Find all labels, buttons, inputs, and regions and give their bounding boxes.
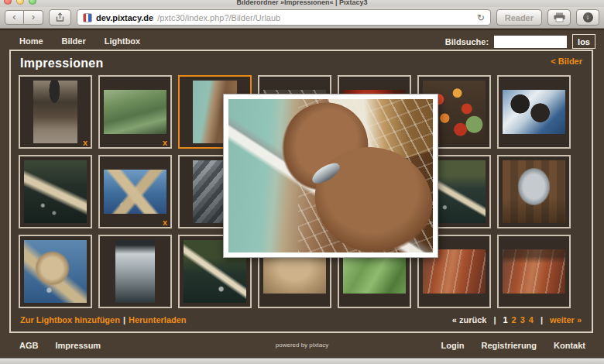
thumbnail-green-net[interactable]: x bbox=[98, 75, 172, 149]
thumbnail-rope-over-water[interactable] bbox=[19, 155, 92, 228]
pagination-page-3[interactable]: 3 bbox=[520, 315, 525, 325]
history-buttons: ‹ › bbox=[5, 10, 43, 25]
pagination: « zurück|1234|weiter » bbox=[452, 315, 582, 325]
thumbnail-fish-heads[interactable] bbox=[98, 235, 172, 308]
thumbnail-image-green-net bbox=[104, 90, 167, 133]
add-to-lightbox-link[interactable]: Zur Lightbox hinzufügen bbox=[20, 315, 120, 325]
site-nav: HomeBilderLightbox bbox=[19, 36, 140, 46]
gallery-header: Impressionen < Bilder bbox=[11, 51, 592, 70]
url-path: /pxtc30/index.php?/Bilder/Urlaub bbox=[157, 13, 280, 22]
footer-link-kontakt[interactable]: Kontakt bbox=[554, 341, 585, 350]
share-icon bbox=[55, 12, 65, 22]
share-button[interactable] bbox=[49, 9, 71, 26]
gallery-action-links: Zur Lightbox hinzufügen|Herunterladen bbox=[20, 315, 187, 325]
site-favicon-icon bbox=[83, 13, 92, 22]
image-search-input[interactable] bbox=[494, 36, 567, 48]
image-search: Bildsuche: los bbox=[445, 34, 595, 49]
pagination-page-4[interactable]: 4 bbox=[529, 315, 534, 325]
preview-overlay[interactable] bbox=[223, 94, 438, 258]
browser-window: Bilderordner »Impressionen« | Pixtacy3 ‹… bbox=[0, 0, 604, 364]
print-button[interactable] bbox=[547, 9, 571, 26]
pagination-next-link[interactable]: weiter » bbox=[550, 315, 582, 325]
reader-button[interactable]: Reader bbox=[496, 9, 542, 26]
address-bar[interactable]: dev.pixtacy.de /pxtc30/index.php?/Bilder… bbox=[77, 9, 491, 26]
gallery-actions-row: Zur Lightbox hinzufügen|Herunterladen « … bbox=[20, 315, 582, 325]
download-link[interactable]: Herunterladen bbox=[129, 315, 187, 325]
pagination-page-1[interactable]: 1 bbox=[503, 315, 507, 325]
printer-icon bbox=[554, 12, 565, 22]
remove-marker-rope-knot-sea[interactable]: x bbox=[163, 218, 167, 227]
footer-link-login[interactable]: Login bbox=[441, 341, 465, 350]
window-title: Bilderordner »Impressionen« | Pixtacy3 bbox=[0, 0, 604, 6]
forward-button[interactable]: › bbox=[24, 10, 43, 25]
nav-item-bilder[interactable]: Bilder bbox=[62, 36, 86, 46]
browser-toolbar: ‹ › dev.pixtacy.de /pxtc30/index.php?/Bi… bbox=[0, 7, 604, 29]
titlebar: Bilderordner »Impressionen« | Pixtacy3 bbox=[0, 0, 604, 7]
window-bottom-edge bbox=[0, 358, 604, 364]
thumbnail-image-rope-over-water bbox=[24, 160, 88, 224]
thumbnail-rope-knot-sea[interactable]: x bbox=[98, 155, 172, 228]
download-icon: ↓ bbox=[583, 12, 593, 22]
footer-link-registrierung[interactable]: Registrierung bbox=[482, 341, 537, 350]
thumbnail-sunglasses-sea[interactable] bbox=[497, 75, 571, 149]
search-go-button[interactable]: los bbox=[572, 34, 595, 49]
url-domain: dev.pixtacy.de bbox=[96, 13, 153, 22]
thumbnail-rope-knot-closeup[interactable] bbox=[19, 235, 92, 308]
nav-item-home[interactable]: Home bbox=[19, 36, 43, 46]
action-separator: | bbox=[120, 315, 129, 325]
nav-item-lightbox[interactable]: Lightbox bbox=[105, 36, 140, 46]
preview-photo-hands-holding-fish bbox=[228, 99, 433, 252]
gallery-title: Impressionen bbox=[20, 57, 104, 70]
thumbnail-image-sunglasses-sea bbox=[503, 90, 566, 133]
pagination-prev-link[interactable]: « zurück bbox=[452, 315, 487, 325]
pagination-page-2[interactable]: 2 bbox=[512, 315, 516, 325]
thumbnail-image-fisherman-with-catch bbox=[33, 81, 77, 144]
search-label: Bildsuche: bbox=[445, 37, 489, 46]
thumbnail-image-fish-bowl-deck bbox=[503, 160, 566, 224]
remove-marker-fisherman-with-catch[interactable]: x bbox=[83, 138, 88, 147]
thumbnail-fish-bowl-deck[interactable] bbox=[497, 155, 571, 228]
reload-icon[interactable]: ↻ bbox=[477, 13, 485, 22]
remove-marker-green-net[interactable]: x bbox=[163, 138, 167, 147]
thumbnail-image-rope-knot-closeup bbox=[24, 240, 88, 304]
site-footer: AGBImpressum powered by pixtacy LoginReg… bbox=[0, 341, 604, 356]
thumbnail-fisherman-with-catch[interactable]: x bbox=[19, 75, 92, 149]
pagination-separator: | bbox=[490, 315, 499, 325]
thumbnail-image-fish-heads bbox=[115, 240, 154, 304]
pagination-separator: | bbox=[537, 315, 546, 325]
thumbnail-image-rope-knot-sea bbox=[104, 170, 167, 213]
thumbnail-red-deck-2[interactable] bbox=[497, 235, 571, 308]
back-button[interactable]: ‹ bbox=[5, 10, 24, 25]
back-to-bilder-link[interactable]: < Bilder bbox=[551, 57, 582, 66]
thumbnail-image-red-deck-2 bbox=[503, 249, 566, 293]
downloads-button[interactable]: ↓ bbox=[576, 9, 599, 26]
footer-right-links: LoginRegistrierungKontakt bbox=[441, 341, 585, 350]
